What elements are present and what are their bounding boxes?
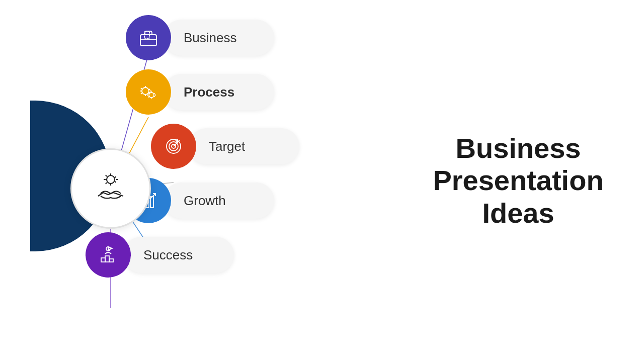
hub-icon xyxy=(91,168,131,209)
item-row-success: Success xyxy=(86,232,299,278)
svg-rect-21 xyxy=(105,256,109,262)
slide-title: Business Presentation Ideas xyxy=(423,132,614,229)
label-growth: Growth xyxy=(164,183,274,219)
slide: Business Process xyxy=(0,0,644,362)
svg-point-10 xyxy=(149,93,154,98)
svg-rect-22 xyxy=(109,259,113,262)
item-row-business: Business xyxy=(126,15,299,60)
svg-rect-20 xyxy=(101,258,105,262)
items-container: Business Process xyxy=(126,15,299,287)
title-area: Business Presentation Ideas xyxy=(423,132,614,229)
svg-rect-6 xyxy=(140,35,156,46)
icon-success xyxy=(86,232,131,278)
center-hub xyxy=(70,148,151,229)
label-target: Target xyxy=(189,128,299,164)
item-row-target: Target xyxy=(151,124,299,169)
label-success: Success xyxy=(123,237,234,273)
icon-business xyxy=(126,15,171,60)
label-process: Process xyxy=(164,74,274,110)
item-row-growth: Growth xyxy=(126,178,299,223)
icon-target xyxy=(151,124,196,169)
svg-point-0 xyxy=(107,175,115,184)
svg-point-9 xyxy=(142,87,149,95)
icon-process xyxy=(126,69,171,115)
item-row-process: Process xyxy=(126,69,299,115)
label-business: Business xyxy=(164,20,274,56)
